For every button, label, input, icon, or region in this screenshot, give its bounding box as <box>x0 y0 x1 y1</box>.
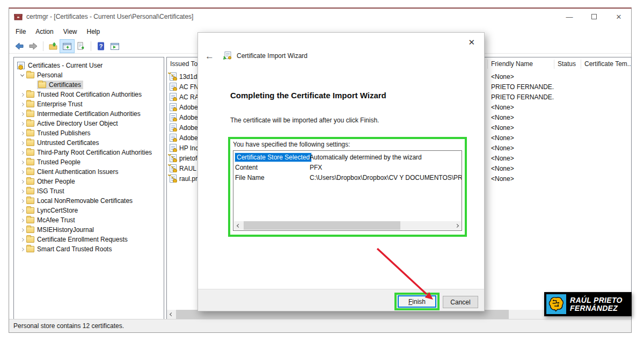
menu-view[interactable]: View <box>63 26 83 38</box>
chevron-collapsed-icon[interactable] <box>18 119 26 128</box>
toolbar-separator <box>91 41 91 51</box>
chevron-collapsed-icon[interactable] <box>18 90 26 99</box>
brain-circuit-icon <box>546 294 566 314</box>
tree-item-trusted-publishers[interactable]: Trusted Publishers <box>14 128 164 138</box>
maximize-button[interactable] <box>582 9 606 25</box>
setting-row-content[interactable]: Content PFX <box>233 162 462 172</box>
tree-item-lynccertstore[interactable]: LyncCertStore <box>14 206 164 215</box>
chevron-collapsed-icon[interactable] <box>18 177 26 186</box>
dialog-close-icon[interactable]: ✕ <box>466 37 477 48</box>
tree-item-local-nonremovable[interactable]: Local NonRemovable Certificates <box>14 196 164 206</box>
chevron-collapsed-icon[interactable] <box>18 206 26 215</box>
back-arrow-icon[interactable] <box>12 40 26 53</box>
chevron-collapsed-icon[interactable] <box>18 158 26 166</box>
tree-item-other-people[interactable]: Other People <box>14 177 164 186</box>
toolbar-separator <box>43 41 43 51</box>
certificate-key-icon <box>170 174 177 183</box>
chevron-collapsed-icon[interactable] <box>18 110 26 118</box>
certificate-icon <box>170 113 177 121</box>
tree-item-trusted-people[interactable]: Trusted People <box>14 157 164 167</box>
chevron-collapsed-icon[interactable] <box>18 129 26 137</box>
help-icon[interactable]: ? <box>94 40 108 53</box>
status-text: Personal store contains 12 certificates. <box>13 322 124 330</box>
tree-item-client-auth-issuers[interactable]: Client Authentication Issuers <box>14 167 164 177</box>
menu-help[interactable]: Help <box>87 26 106 38</box>
new-window-icon[interactable] <box>108 40 122 53</box>
show-console-tree-icon[interactable] <box>60 40 74 53</box>
column-header-status[interactable]: Status <box>554 60 581 69</box>
tree-item-personal[interactable]: Personal <box>14 70 164 80</box>
settings-listbox[interactable]: Certificate Store Selected Automatically… <box>233 150 462 231</box>
folder-icon <box>26 188 34 194</box>
folder-icon <box>26 178 34 185</box>
export-list-icon[interactable] <box>74 40 88 53</box>
settings-label: You have specified the following setting… <box>233 141 350 148</box>
tree-item-certificates-current-user[interactable]: Certificates - Current User <box>14 61 164 70</box>
selected-tree-item: Certificates <box>37 81 83 89</box>
tree-item-intermediate[interactable]: Intermediate Certification Authorities <box>14 109 164 119</box>
tree-item-third-party-root[interactable]: Third-Party Root Certification Authoriti… <box>14 148 164 157</box>
folder-icon <box>38 82 46 88</box>
tree-item-trusted-root[interactable]: Trusted Root Certification Authorities <box>14 90 164 99</box>
scrollbar-thumb[interactable] <box>244 221 400 230</box>
tree-item-active-directory[interactable]: Active Directory User Object <box>14 119 164 128</box>
tree-item-mcafee-trust[interactable]: McAfee Trust <box>14 215 164 225</box>
chevron-collapsed-icon[interactable] <box>18 216 26 224</box>
menu-action[interactable]: Action <box>35 26 58 38</box>
forward-arrow-icon[interactable] <box>26 40 40 53</box>
setting-row-file-name[interactable]: File Name C:\Users\Dropbox\Dropbox\CV Y … <box>233 172 462 183</box>
wizard-back-arrow-icon[interactable]: ← <box>205 52 214 61</box>
folder-up-icon[interactable] <box>46 40 60 53</box>
chevron-collapsed-icon[interactable] <box>18 100 26 108</box>
tree-item-untrusted-certificates[interactable]: Untrusted Certificates <box>14 138 164 148</box>
chevron-collapsed-icon[interactable] <box>18 139 26 147</box>
folder-icon <box>26 149 34 156</box>
title-bar: certmgr - [Certificates - Current User\P… <box>9 9 631 25</box>
tree-item-smart-card-trusted-roots[interactable]: Smart Card Trusted Roots <box>14 244 164 254</box>
setting-row-certificate-store[interactable]: Certificate Store Selected Automatically… <box>233 152 462 162</box>
scroll-right-arrow-icon[interactable] <box>452 221 461 230</box>
tree-item-cert-enrollment-requests[interactable]: Certificate Enrollment Requests <box>14 235 164 244</box>
certmgr-app-icon <box>14 12 23 21</box>
cancel-button[interactable]: Cancel <box>443 296 478 308</box>
folder-icon <box>26 120 34 127</box>
chevron-collapsed-icon[interactable] <box>18 197 26 205</box>
menu-file[interactable]: File <box>16 26 31 38</box>
tree-item-certificates[interactable]: Certificates <box>14 80 164 90</box>
screenshot-canvas: certmgr - [Certificates - Current User\P… <box>0 0 644 349</box>
chevron-collapsed-icon[interactable] <box>18 187 26 195</box>
chevron-expanded-icon[interactable] <box>18 71 26 79</box>
tree-item-enterprise-trust[interactable]: Enterprise Trust <box>14 99 164 109</box>
chevron-collapsed-icon[interactable] <box>18 148 26 157</box>
tree-item-isg-trust[interactable]: ISG Trust <box>14 186 164 196</box>
close-button[interactable]: ✕ <box>606 9 631 25</box>
certificate-icon <box>170 83 177 91</box>
scroll-left-arrow-icon[interactable] <box>167 310 176 319</box>
folder-icon <box>26 101 34 107</box>
chevron-collapsed-icon[interactable] <box>18 168 26 176</box>
chevron-collapsed-icon[interactable] <box>18 245 26 253</box>
scroll-left-arrow-icon[interactable] <box>234 221 243 230</box>
dialog-footer: Finish Cancel <box>198 289 484 311</box>
folder-icon <box>26 198 34 204</box>
certificate-key-icon <box>170 164 177 172</box>
tree-item-msiehistoryjournal[interactable]: MSIEHistoryJournal <box>14 225 164 235</box>
certificates-snapin-icon <box>17 62 25 69</box>
minimize-button[interactable]: — <box>557 9 582 25</box>
certificate-import-wizard-icon <box>223 51 232 61</box>
folder-icon <box>26 217 34 223</box>
column-header-friendly-name[interactable]: Friendly Name <box>488 60 554 69</box>
folder-icon <box>26 207 34 214</box>
logo-line2: FERNÁNDEZ <box>570 304 623 312</box>
folder-icon <box>26 130 34 136</box>
wizard-heading: Completing the Certificate Import Wizard <box>230 91 386 100</box>
certificate-key-icon <box>170 72 177 81</box>
finish-button[interactable]: Finish <box>398 295 436 308</box>
chevron-collapsed-icon[interactable] <box>18 235 26 244</box>
folder-icon <box>26 236 34 243</box>
certificate-icon <box>170 93 177 101</box>
column-header-certificate-template[interactable]: Certificate Tem... <box>581 60 631 69</box>
folder-icon <box>26 72 34 78</box>
settings-horizontal-scrollbar[interactable] <box>234 221 461 230</box>
chevron-collapsed-icon[interactable] <box>18 226 26 234</box>
